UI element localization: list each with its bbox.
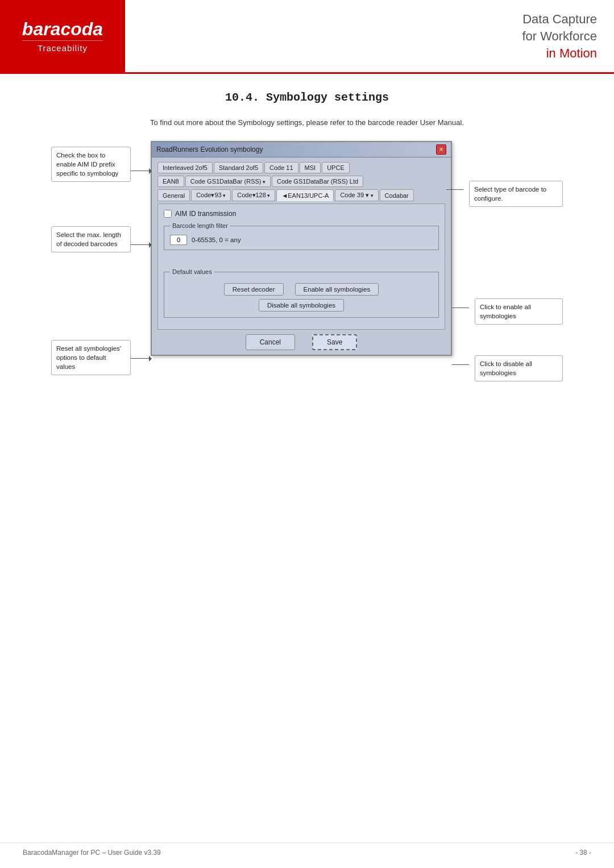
tab-gs1databar-rss[interactable]: Code GS1DataBar (RSS): [185, 176, 271, 187]
ann-enable-container: Click to enable all symbologies: [463, 292, 563, 331]
ann-aim-container: Check the box to enable AIM ID prefix sp…: [51, 141, 139, 203]
dialog-buttons: Cancel Save: [157, 334, 445, 350]
tab-code11[interactable]: Code 11: [264, 162, 298, 173]
dialog-titlebar: RoadRunners Evolution symbology ×: [152, 142, 451, 157]
ann-reset-arrow: [131, 358, 151, 359]
page-wrapper: baracoda Traceability Data Capture for W…: [0, 0, 614, 373]
tab-code128[interactable]: Code▾128: [232, 189, 275, 201]
ann-disable-container: Click to disable all symbologies: [463, 348, 563, 388]
disable-symbologies-button[interactable]: Disable all symbologies: [259, 299, 344, 312]
filter-row: 0-65535, 0 = any: [170, 235, 433, 245]
ann-length-arrowhead: [149, 242, 155, 248]
ann-disable-box: Click to disable all symbologies: [475, 355, 563, 381]
ann-aim-box: Check the box to enable AIM ID prefix sp…: [51, 147, 131, 182]
logo-traceability: Traceability: [22, 40, 103, 53]
cancel-button[interactable]: Cancel: [246, 334, 295, 350]
dialog-title: RoadRunners Evolution symbology: [156, 146, 263, 153]
header-line1: Data Capture: [522, 12, 597, 27]
tab-codabar[interactable]: Codabar: [380, 189, 414, 201]
ann-length-arrow: [131, 244, 151, 245]
tab-code93[interactable]: Code▾93: [191, 189, 231, 201]
footer-right: - 38 -: [575, 849, 591, 857]
left-annotations: Check the box to enable AIM ID prefix sp…: [51, 141, 139, 397]
tabs-row-3: General Code▾93 Code▾128 ◄EAN13/UPC-A Co…: [157, 189, 445, 201]
reset-decoder-button[interactable]: Reset decoder: [224, 283, 284, 296]
default-values-legend: Default values: [170, 268, 214, 275]
tabs-row-1: Interleaved 2of5 Standard 2of5 Code 11 M…: [157, 162, 445, 173]
diagram-wrapper: Check the box to enable AIM ID prefix sp…: [51, 141, 563, 356]
main-content: 10.4. Symbology settings To find out mor…: [0, 74, 614, 373]
ann-reset-box: Reset all symbologies' options to defaul…: [51, 340, 131, 375]
ann-enable-text: Click to enable all symbologies: [480, 304, 531, 319]
enable-symbologies-button[interactable]: Enable all symbologies: [295, 283, 379, 296]
tab-ean13-upca[interactable]: ◄EAN13/UPC-A: [276, 189, 334, 201]
btn-row-2: Disable all symbologies: [170, 299, 433, 312]
filter-legend: Barcode length filter: [170, 222, 230, 229]
header-title-area: Data Capture for Workforce in Motion: [125, 0, 614, 72]
header-line2: for Workforce: [522, 29, 597, 44]
filter-input[interactable]: [170, 235, 187, 245]
save-button[interactable]: Save: [312, 334, 357, 350]
ann-type-box: Select type of barcode to configure.: [469, 181, 563, 207]
ann-reset-arrowhead: [149, 356, 155, 362]
footer-left: BaracodaManager for PC – User Guide v3.3…: [23, 849, 161, 857]
ann-enable-line: [452, 308, 469, 308]
default-values-group: Default values Reset decoder Enable all …: [164, 268, 439, 318]
dialog-window: RoadRunners Evolution symbology × Interl…: [151, 141, 452, 356]
tab-general[interactable]: General: [157, 189, 190, 201]
logo-area: baracoda Traceability: [0, 0, 125, 72]
ann-aim-arrowhead: [149, 168, 155, 174]
right-annotations: Select type of barcode to configure. Cli…: [463, 141, 563, 388]
ann-reset-text: Reset all symbologies' options to defaul…: [56, 345, 121, 370]
tab-interleaved2of5[interactable]: Interleaved 2of5: [157, 162, 213, 173]
page-title: 10.4. Symbology settings: [23, 91, 591, 104]
ann-aim-arrow: [131, 171, 151, 171]
ann-reset-container: Reset all symbologies' options to defaul…: [51, 334, 139, 397]
aim-id-row: AIM ID transmission: [164, 210, 439, 218]
ann-disable-line: [452, 364, 469, 365]
header: baracoda Traceability Data Capture for W…: [0, 0, 614, 74]
tab-code39[interactable]: Code 39 ▾: [335, 189, 378, 201]
ann-length-text: Select the max. length of decoded barcod…: [56, 231, 121, 247]
dialog-panel: AIM ID transmission Barcode length filte…: [157, 203, 445, 330]
intro-text: To find out more about the Symbology set…: [23, 118, 591, 127]
tab-upce[interactable]: UPCE: [322, 162, 350, 173]
aim-id-checkbox[interactable]: [164, 210, 172, 218]
ann-type-line: [446, 189, 463, 190]
dialog-close-button[interactable]: ×: [436, 144, 446, 155]
tab-gs1databar-rss-ltd[interactable]: Code GS1DataBar (RSS) Ltd: [272, 176, 363, 187]
tabs-row-2: EAN8 Code GS1DataBar (RSS) Code GS1DataB…: [157, 176, 445, 187]
ann-enable-box: Click to enable all symbologies: [475, 298, 563, 325]
logo-baracoda: baracoda: [22, 20, 103, 38]
tab-ean8[interactable]: EAN8: [157, 176, 184, 187]
default-buttons: Reset decoder Enable all symbologies Dis…: [170, 283, 433, 312]
dialog-body: Interleaved 2of5 Standard 2of5 Code 11 M…: [152, 157, 451, 355]
ann-type-text: Select type of barcode to configure.: [474, 186, 546, 202]
ann-type-container: Select type of barcode to configure.: [463, 172, 563, 218]
tab-standard2of5[interactable]: Standard 2of5: [214, 162, 263, 173]
barcode-filter-group: Barcode length filter 0-65535, 0 = any: [164, 222, 439, 250]
ann-aim-text: Check the box to enable AIM ID prefix sp…: [56, 152, 118, 177]
ann-length-box: Select the max. length of decoded barcod…: [51, 226, 131, 252]
header-line3: in Motion: [546, 46, 597, 61]
btn-row-1: Reset decoder Enable all symbologies: [170, 283, 433, 296]
center-col: RoadRunners Evolution symbology × Interl…: [151, 141, 452, 356]
tab-msi[interactable]: MSI: [300, 162, 321, 173]
aim-id-label: AIM ID transmission: [175, 210, 236, 218]
page-footer: BaracodaManager for PC – User Guide v3.3…: [0, 842, 614, 857]
ann-disable-text: Click to disable all symbologies: [480, 360, 532, 376]
filter-hint: 0-65535, 0 = any: [192, 236, 241, 243]
ann-length-container: Select the max. length of decoded barcod…: [51, 221, 139, 283]
